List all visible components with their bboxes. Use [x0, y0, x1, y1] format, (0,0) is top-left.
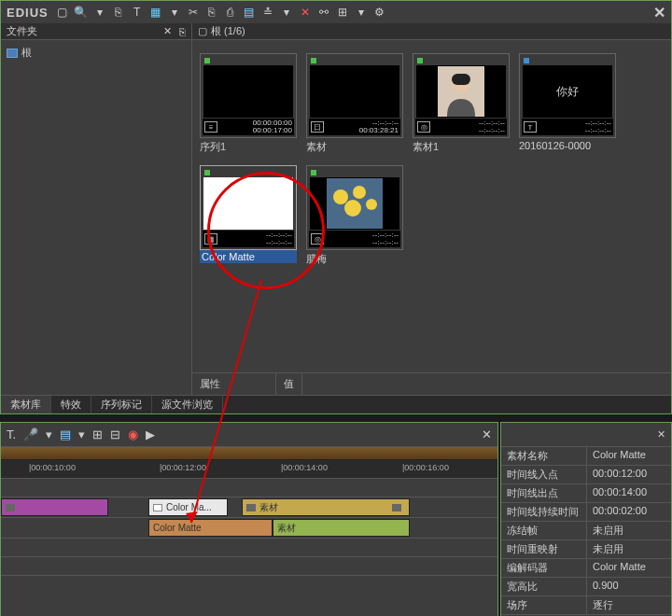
track-empty3[interactable] [1, 557, 497, 576]
copy-icon[interactable]: ⎘ [205, 6, 218, 19]
link-icon[interactable]: ⚯ [317, 6, 330, 19]
tl-dropdown-icon[interactable]: ▾ [46, 427, 52, 441]
clip-type-icon: ▦ [204, 233, 217, 245]
info-value: 00:00:14:00 [587, 484, 671, 502]
folder-icon[interactable]: ▢ [56, 6, 69, 19]
text-icon[interactable]: T [131, 6, 144, 19]
clip-name: 素材 [306, 138, 403, 156]
tree-root-item[interactable]: 根 [5, 44, 188, 62]
tab-effects[interactable]: 特效 [51, 396, 91, 413]
info-value: 未启用 [587, 540, 671, 558]
folder-panel: 文件夹 ✕ ⎘ 根 [1, 23, 192, 395]
tl-tool1-icon[interactable]: ⊞ [92, 427, 103, 441]
clip-type-icon: T [524, 121, 537, 133]
timeline-panel: T. 🎤 ▾ ▤ ▾ ⊞ ⊟ ◉ ▶ ✕ |00:00:10:00 |00:00… [0, 422, 498, 616]
toolbar: ▢ 🔍 ▾ ⎘ T ▦ ▾ ✂ ⎘ ⎙ ▤ ≛ ▾ ✕ ⚯ ⊞ ▾ ⚙ [56, 6, 386, 19]
settings-icon[interactable]: ⚙ [373, 6, 386, 19]
info-key: 编解码器 [501, 559, 587, 577]
clip-item[interactable]: ▦--:--:--:----:--:--:--Color Matte [200, 165, 297, 268]
info-value: 00:00:12:00 [587, 466, 671, 483]
cut-icon[interactable]: ✂ [187, 6, 200, 19]
clip-item[interactable]: ◎--:--:--:----:--:--:--素材1 [413, 53, 510, 156]
clip-color-matte-short[interactable]: Color Ma... [148, 498, 228, 516]
clip-sucai2[interactable]: 素材 [273, 519, 410, 537]
timeline-ruler[interactable] [1, 447, 497, 460]
dropdown2-icon[interactable]: ▾ [280, 6, 293, 19]
layout-icon[interactable]: ▤ [243, 6, 256, 19]
search-icon[interactable]: 🔍 [75, 6, 88, 19]
clip-timecode: ≡00:00:00:0000:00:17:00 [203, 119, 294, 135]
svg-point-7 [366, 199, 377, 210]
folder-title: 文件夹 [7, 24, 37, 38]
clip-item[interactable]: ◎--:--:--:----:--:--:--腊梅 [306, 165, 403, 268]
bin-header: ▢ 根 (1/6) [192, 23, 671, 40]
time-label: |00:00:12:00 [160, 463, 206, 472]
clip-dot [417, 58, 423, 63]
info-header: ✕ [501, 423, 671, 447]
clip-grid: ≡00:00:00:0000:00:17:00序列1日--:--:--:--00… [192, 40, 671, 372]
clip-sucai[interactable]: 素材 [242, 498, 410, 516]
tl-text-icon[interactable]: T. [7, 427, 16, 441]
insert-icon[interactable]: ≛ [261, 6, 274, 19]
timeline-tracks: Color Ma... 素材 Color Matte 素材 [1, 479, 497, 576]
tl-play-icon[interactable]: ▶ [146, 427, 155, 441]
tab-markers[interactable]: 序列标记 [91, 396, 152, 413]
info-key: 时间重映射 [501, 540, 587, 558]
bottom-tabs: 素材库 特效 序列标记 源文件浏览 [1, 395, 671, 413]
info-panel: ✕ 素材名称Color Matte时间线入点00:00:12:00时间线出点00… [500, 422, 672, 616]
tl-layout-icon[interactable]: ▤ [60, 427, 71, 441]
tab-library[interactable]: 素材库 [1, 396, 51, 413]
app-titlebar: EDIUS ▢ 🔍 ▾ ⎘ T ▦ ▾ ✂ ⎘ ⎙ ▤ ≛ ▾ ✕ ⚯ ⊞ ▾ … [1, 1, 671, 23]
delete-icon[interactable]: ✕ [299, 6, 312, 19]
track-video2[interactable]: Color Matte 素材 [1, 518, 497, 539]
view-icon[interactable]: ⊞ [336, 6, 349, 19]
tl-record-icon[interactable]: ◉ [128, 427, 138, 441]
timeline-toolbar: T. 🎤 ▾ ▤ ▾ ⊞ ⊟ ◉ ▶ ✕ [1, 423, 497, 447]
tl-mic-icon[interactable]: 🎤 [23, 427, 38, 441]
tool-dropdown-icon[interactable]: ▾ [93, 6, 106, 19]
time-label: |00:00:10:00 [29, 463, 76, 472]
clip-color-matte[interactable]: Color Matte [148, 519, 273, 537]
bin-panel: ▢ 根 (1/6) ≡00:00:00:0000:00:17:00序列1日--:… [192, 23, 671, 395]
info-row: 时间线出点00:00:14:00 [501, 484, 671, 503]
tl-tool2-icon[interactable]: ⊟ [110, 427, 120, 441]
info-row: 素材名称Color Matte [501, 447, 671, 466]
info-value: 未启用 [587, 522, 671, 539]
folder-icon [7, 49, 18, 58]
clip-name: 腊梅 [306, 250, 403, 268]
tab-browse[interactable]: 源文件浏览 [152, 396, 223, 413]
new-icon[interactable]: ⎘ [112, 6, 125, 19]
info-row: 宽高比0.900 [501, 578, 671, 596]
info-key: 冻结帧 [501, 522, 587, 539]
clip-item[interactable]: ≡00:00:00:0000:00:17:00序列1 [200, 53, 297, 156]
panel-pin-icon[interactable]: ⎘ [179, 26, 186, 37]
tl-close-icon[interactable]: ✕ [482, 427, 492, 441]
info-row: 时间重映射未启用 [501, 540, 671, 559]
paste-icon[interactable]: ⎙ [224, 6, 237, 19]
clip-item[interactable]: 日--:--:--:--00:03:28:21素材 [306, 53, 403, 156]
dropdown-icon[interactable]: ▾ [168, 6, 181, 19]
close-icon[interactable]: ✕ [653, 4, 665, 21]
clip-item[interactable]: 你好T--:--:--:----:--:--:--20160126-0000 [519, 53, 616, 156]
dropdown3-icon[interactable]: ▾ [355, 6, 368, 19]
tl-dropdown2-icon[interactable]: ▾ [78, 427, 85, 441]
info-key: 时间线出点 [501, 484, 587, 502]
clip-name: 20160126-0000 [519, 138, 616, 153]
clip-timecode: 日--:--:--:--00:03:28:21 [309, 119, 400, 135]
clip-dot [311, 170, 316, 175]
track-empty[interactable] [1, 479, 497, 497]
timeline-scale[interactable]: |00:00:10:00 |00:00:12:00 |00:00:14:00 |… [1, 460, 497, 479]
panel-close-icon[interactable]: ✕ [163, 25, 172, 37]
clip-thumb [310, 65, 399, 118]
clip-thumb [203, 65, 293, 118]
info-row: 时间线持续时间00:00:02:00 [501, 503, 671, 522]
info-close-icon[interactable]: ✕ [657, 428, 665, 441]
info-key: 场序 [501, 596, 587, 614]
property-bar: 属性 值 [192, 372, 671, 395]
clip-purple[interactable] [1, 498, 108, 516]
info-value: 0.900 [587, 578, 671, 595]
track-video1[interactable]: Color Ma... 素材 [1, 497, 497, 518]
track-empty2[interactable] [1, 539, 497, 557]
color-icon[interactable]: ▦ [149, 6, 162, 19]
clip-timecode: T--:--:--:----:--:--:-- [522, 119, 613, 135]
